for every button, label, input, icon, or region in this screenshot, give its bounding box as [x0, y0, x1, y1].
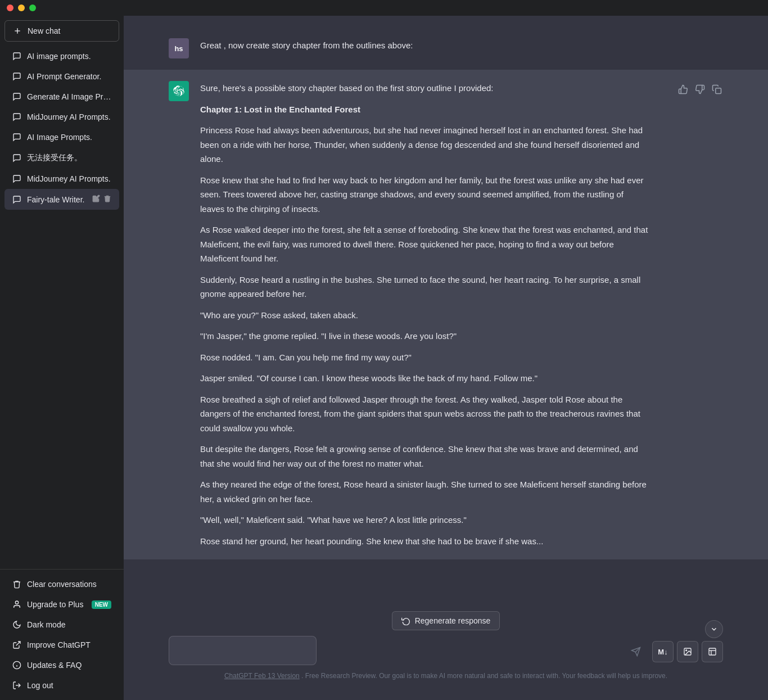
- item-actions: [92, 195, 111, 204]
- copy-button[interactable]: [711, 83, 723, 97]
- regenerate-row: Regenerate response: [169, 611, 723, 630]
- close-dot[interactable]: [7, 4, 13, 11]
- assistant-avatar: [169, 81, 189, 101]
- scroll-down-button[interactable]: [705, 620, 723, 638]
- user-avatar: hs: [169, 38, 189, 58]
- external-link-icon: [12, 640, 21, 649]
- chat-icon: [12, 92, 21, 101]
- assistant-message-row: Sure, here's a possible story chapter ba…: [124, 70, 768, 559]
- sidebar: New chat AI image prompts. AI Prompt Gen…: [0, 0, 124, 700]
- input-row: M↓: [169, 636, 723, 667]
- format-buttons: M↓: [652, 641, 723, 662]
- thumbs-up-icon: [678, 84, 688, 94]
- upgrade-to-plus-button[interactable]: Upgrade to Plus NEW: [4, 594, 119, 615]
- user-message-row: hs Great , now create story chapter from…: [124, 27, 768, 70]
- layout-icon: [708, 647, 717, 656]
- clear-conversations-label: Clear conversations: [27, 580, 97, 589]
- svg-rect-13: [709, 648, 716, 655]
- svg-rect-8: [716, 88, 721, 94]
- layout-button[interactable]: [702, 641, 723, 662]
- chat-icon: [12, 153, 21, 162]
- improve-chatgpt-label: Improve ChatGPT: [27, 640, 91, 649]
- regenerate-button[interactable]: Regenerate response: [392, 611, 500, 630]
- log-out-button[interactable]: Log out: [4, 675, 119, 696]
- sidebar-item-chinese[interactable]: 无法接受任务。: [4, 147, 119, 169]
- info-icon: [12, 661, 21, 670]
- minimize-dot[interactable]: [18, 4, 25, 11]
- sidebar-top: New chat AI image prompts. AI Prompt Gen…: [0, 16, 124, 569]
- chat-icon: [12, 195, 21, 204]
- sidebar-item-midjourney-2[interactable]: MidJourney AI Prompts.: [4, 169, 119, 189]
- assistant-message-content: Sure, here's a possible story chapter ba…: [200, 81, 650, 548]
- clear-conversations-button[interactable]: Clear conversations: [4, 574, 119, 594]
- chat-area: hs Great , now create story chapter from…: [124, 16, 768, 700]
- titlebar: [0, 0, 768, 16]
- plus-icon: [13, 26, 22, 35]
- logout-icon: [12, 681, 21, 690]
- chat-list: AI image prompts. AI Prompt Generator. G…: [4, 46, 119, 210]
- new-badge: NEW: [92, 600, 111, 609]
- footer-text: ChatGPT Feb 13 Version . Free Research P…: [169, 672, 723, 680]
- new-chat-button[interactable]: New chat: [4, 20, 119, 42]
- sidebar-item-midjourney-1[interactable]: MidJourney AI Prompts.: [4, 107, 119, 127]
- markdown-button[interactable]: M↓: [652, 641, 674, 662]
- trash-icon: [103, 195, 111, 202]
- maximize-dot[interactable]: [29, 4, 36, 11]
- refresh-icon: [401, 616, 410, 625]
- thumbs-up-button[interactable]: [677, 83, 689, 97]
- image-icon: [683, 647, 692, 656]
- sidebar-item-ai-image-prompts-2[interactable]: AI Image Prompts.: [4, 127, 119, 147]
- chatgpt-logo: [173, 85, 184, 97]
- improve-chatgpt-button[interactable]: Improve ChatGPT: [4, 635, 119, 655]
- new-chat-label: New chat: [28, 26, 60, 35]
- log-out-label: Log out: [27, 681, 53, 690]
- chat-icon: [12, 112, 21, 121]
- svg-line-3: [16, 642, 20, 645]
- upgrade-label: Upgrade to Plus: [27, 600, 83, 609]
- edit-icon: [92, 195, 100, 202]
- trash-icon: [12, 580, 21, 589]
- svg-point-12: [686, 650, 687, 651]
- dark-mode-label: Dark mode: [27, 620, 65, 629]
- delete-chat-button[interactable]: [103, 195, 111, 204]
- sidebar-item-fairy-tale-writer[interactable]: Fairy-tale Writer.: [4, 189, 119, 210]
- main-content: hs Great , now create story chapter from…: [124, 0, 768, 700]
- sidebar-item-generate-ai-image-prompts[interactable]: Generate AI Image Prompts.: [4, 87, 119, 107]
- chat-icon: [12, 52, 21, 61]
- image-button[interactable]: [677, 641, 698, 662]
- sidebar-bottom: Clear conversations Upgrade to Plus NEW …: [0, 569, 124, 700]
- footer-version-link[interactable]: ChatGPT Feb 13 Version: [224, 672, 300, 680]
- chat-icon: [12, 133, 21, 142]
- thumbs-down-icon: [695, 84, 705, 94]
- copy-icon: [712, 84, 722, 94]
- updates-faq-label: Updates & FAQ: [27, 661, 82, 670]
- input-wrapper: [169, 636, 648, 667]
- dark-mode-button[interactable]: Dark mode: [4, 615, 119, 635]
- edit-chat-button[interactable]: [92, 195, 100, 204]
- user-icon: [12, 600, 21, 609]
- send-button[interactable]: [631, 647, 641, 657]
- chat-input[interactable]: [169, 636, 317, 665]
- sidebar-item-ai-prompt-generator[interactable]: AI Prompt Generator.: [4, 66, 119, 87]
- sidebar-item-ai-image-prompts[interactable]: AI image prompts.: [4, 46, 119, 66]
- user-message-content: Great , now create story chapter from th…: [200, 38, 650, 53]
- message-actions: [677, 81, 723, 97]
- updates-faq-button[interactable]: Updates & FAQ: [4, 655, 119, 675]
- chevron-down-icon: [710, 625, 718, 633]
- bottom-bar: Regenerate response M↓: [124, 606, 768, 700]
- moon-icon: [12, 620, 21, 629]
- svg-point-2: [15, 601, 18, 604]
- chat-icon: [12, 72, 21, 81]
- send-icon: [631, 647, 641, 657]
- chat-icon: [12, 174, 21, 183]
- thumbs-down-button[interactable]: [694, 83, 706, 97]
